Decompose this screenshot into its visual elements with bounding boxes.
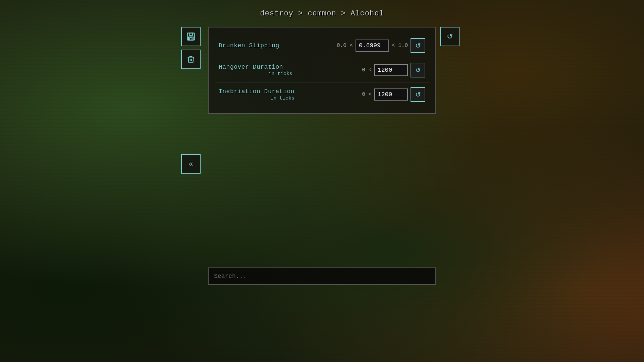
reset-all-button[interactable]: ↺ xyxy=(440,27,460,46)
back-icon: « xyxy=(189,160,193,168)
config-panel: Drunken Slipping 0.0 < < 1.0 ↺ Hangover … xyxy=(208,27,436,114)
config-row-hangover-duration: Hangover Duration in ticks 0 < ↺ xyxy=(215,58,429,82)
breadcrumb: destroy > common > Alcohol xyxy=(260,9,384,18)
search-bar xyxy=(208,267,436,285)
save-button[interactable] xyxy=(181,27,201,46)
left-action-buttons xyxy=(181,27,201,69)
config-row-inebriation-duration: Inebriation Duration in ticks 0 < ↺ xyxy=(215,82,429,107)
inebriation-duration-min: 0 < xyxy=(362,92,372,98)
floppy-icon xyxy=(186,32,196,41)
hangover-duration-controls: 0 < ↺ xyxy=(362,63,425,77)
config-row-drunken-slipping: Drunken Slipping 0.0 < < 1.0 ↺ xyxy=(215,34,429,58)
inebriation-duration-controls: 0 < ↺ xyxy=(362,87,425,102)
drunken-slipping-min: 0.0 < xyxy=(337,43,353,49)
drunken-slipping-reset-button[interactable]: ↺ xyxy=(411,38,425,53)
inebriation-duration-label: Inebriation Duration in ticks xyxy=(219,88,294,101)
delete-button[interactable] xyxy=(181,50,201,69)
reset-icon: ↺ xyxy=(415,42,421,50)
drunken-slipping-label: Drunken Slipping xyxy=(219,42,292,49)
reset-icon: ↺ xyxy=(415,66,421,74)
hangover-duration-input[interactable] xyxy=(374,64,408,76)
inebriation-duration-reset-button[interactable]: ↺ xyxy=(411,87,425,102)
drunken-slipping-max: < 1.0 xyxy=(392,43,408,49)
hangover-duration-reset-button[interactable]: ↺ xyxy=(411,63,425,77)
hangover-duration-label: Hangover Duration in ticks xyxy=(219,64,292,76)
drunken-slipping-controls: 0.0 < < 1.0 ↺ xyxy=(337,38,425,53)
svg-rect-1 xyxy=(189,33,192,36)
inebriation-duration-input[interactable] xyxy=(374,88,408,101)
right-action-buttons: ↺ xyxy=(440,27,460,46)
search-input[interactable] xyxy=(208,267,436,285)
hangover-duration-min: 0 < xyxy=(362,67,372,73)
reset-all-icon: ↺ xyxy=(447,32,453,41)
svg-rect-3 xyxy=(190,38,192,40)
drunken-slipping-input[interactable] xyxy=(356,40,389,52)
back-button[interactable]: « xyxy=(181,154,201,174)
reset-icon: ↺ xyxy=(415,90,421,99)
trash-icon xyxy=(186,55,195,64)
